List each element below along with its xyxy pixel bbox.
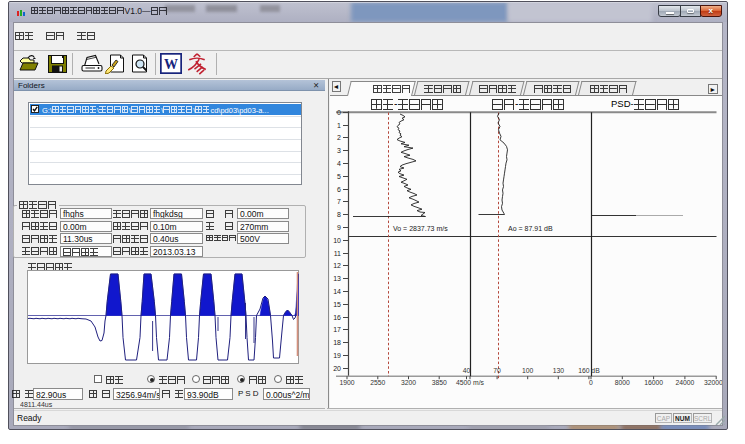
svg-text:1: 1	[337, 122, 341, 129]
svg-text:10: 10	[333, 237, 341, 244]
svg-text:6: 6	[337, 186, 341, 193]
svg-text:16: 16	[333, 314, 341, 321]
svg-text:2: 2	[337, 134, 341, 141]
svg-text:20: 20	[333, 365, 341, 372]
svg-text:3200: 3200	[401, 379, 416, 386]
svg-text:40: 40	[463, 367, 471, 374]
svg-text:19: 19	[333, 352, 341, 359]
svg-text:2550: 2550	[370, 379, 385, 386]
svg-text:130: 130	[553, 367, 565, 374]
svg-text:0: 0	[589, 379, 593, 386]
svg-text:8: 8	[337, 211, 341, 218]
svg-text:Vo = 2837.73 m/s: Vo = 2837.73 m/s	[393, 225, 448, 232]
svg-text:14: 14	[333, 288, 341, 295]
svg-text:8000: 8000	[615, 379, 630, 386]
svg-text:1900: 1900	[339, 379, 354, 386]
svg-text:17: 17	[333, 326, 341, 333]
svg-text:Ao = 87.91 dB: Ao = 87.91 dB	[508, 225, 553, 232]
svg-text:W: W	[164, 57, 178, 72]
svg-text:3: 3	[337, 147, 341, 154]
svg-text:24000: 24000	[675, 379, 694, 386]
svg-text:9: 9	[337, 224, 341, 231]
svg-text:16000: 16000	[644, 379, 663, 386]
svg-text:160 dB: 160 dB	[578, 367, 600, 374]
svg-text:5: 5	[337, 173, 341, 180]
svg-text:12: 12	[333, 262, 341, 269]
svg-text:70: 70	[493, 367, 501, 374]
svg-text:32000 u: 32000 u	[704, 379, 722, 386]
svg-text:7: 7	[337, 198, 341, 205]
svg-text:18: 18	[333, 339, 341, 346]
svg-text:3850: 3850	[432, 379, 447, 386]
svg-text:15: 15	[333, 301, 341, 308]
svg-text:0: 0	[337, 109, 341, 116]
svg-text:13: 13	[333, 275, 341, 282]
svg-text:100: 100	[522, 367, 534, 374]
svg-text:4500 m/s: 4500 m/s	[456, 379, 485, 386]
svg-text:4: 4	[337, 160, 341, 167]
svg-text:11: 11	[334, 250, 341, 257]
